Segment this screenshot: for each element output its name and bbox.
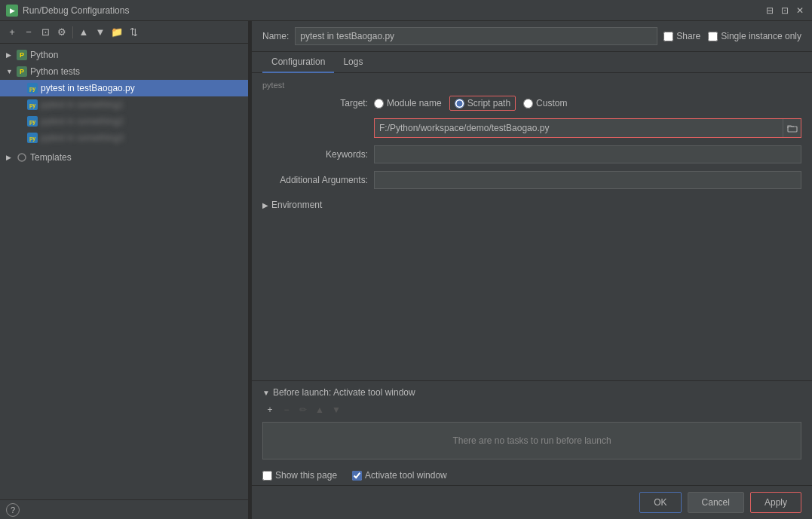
- sort-button[interactable]: ⇅: [126, 25, 141, 40]
- pytest-icon-2: [27, 99, 38, 110]
- additional-args-row: Additional Arguments:: [262, 171, 801, 189]
- expand-button[interactable]: ▲: [76, 25, 91, 40]
- selected-item-label: pytest in testBaogao.py: [41, 83, 135, 93]
- radio-module-input[interactable]: [374, 99, 384, 108]
- collapse-button[interactable]: ▼: [93, 25, 108, 40]
- window-title: Run/Debug Configurations: [23, 5, 129, 16]
- radio-custom-input[interactable]: [523, 99, 533, 108]
- tab-logs[interactable]: Logs: [334, 52, 372, 73]
- blurred-item-1-label: pytest in something1: [41, 99, 124, 110]
- additional-args-input[interactable]: [374, 171, 801, 189]
- keywords-row: Keywords:: [262, 145, 801, 163]
- environment-collapsible[interactable]: ▶ Environment: [262, 197, 801, 213]
- target-row: Target: Module name Script path Custom: [262, 96, 801, 111]
- bl-down-button[interactable]: ▼: [329, 402, 344, 417]
- python-label: Python: [30, 50, 58, 60]
- tree-item-selected[interactable]: pytest in testBaogao.py: [0, 80, 248, 96]
- tree-arrow-python-tests: ▼: [6, 68, 14, 75]
- tree-item-blurred-3[interactable]: pytest in something3: [0, 130, 248, 146]
- show-page-checkbox-row[interactable]: Show this page: [262, 470, 337, 481]
- tree-item-templates[interactable]: ▶ Templates: [0, 149, 248, 166]
- templates-label: Templates: [30, 152, 72, 163]
- name-input[interactable]: [295, 27, 657, 45]
- bl-add-button[interactable]: +: [262, 402, 277, 417]
- tree-area: ▶ Python ▼ Python tests pytest in testBa…: [0, 44, 248, 499]
- tree-arrow-templates: ▶: [6, 154, 14, 161]
- activate-window-label: Activate tool window: [365, 470, 447, 481]
- title-bar: ▶ Run/Debug Configurations ⊟ ⊡ ✕: [0, 0, 812, 21]
- bl-remove-button[interactable]: −: [279, 402, 294, 417]
- activate-window-checkbox-row[interactable]: Activate tool window: [352, 470, 447, 481]
- section-label: pytest: [262, 81, 801, 90]
- bl-edit-button[interactable]: ✏: [296, 402, 311, 417]
- templates-icon: [17, 152, 27, 163]
- show-page-checkbox[interactable]: [262, 471, 272, 481]
- config-area: pytest Target: Module name Script path: [252, 73, 812, 380]
- svg-rect-1: [788, 127, 797, 132]
- custom-label: Custom: [536, 98, 567, 108]
- script-path-row: [374, 118, 801, 138]
- blurred-item-2-label: pytest in something2: [41, 116, 124, 127]
- ok-button[interactable]: OK: [639, 492, 681, 513]
- title-bar-left: ▶ Run/Debug Configurations: [6, 5, 129, 17]
- minimize-button[interactable]: ⊟: [764, 5, 776, 17]
- module-name-label: Module name: [387, 98, 442, 108]
- tree-item-python[interactable]: ▶ Python: [0, 47, 248, 63]
- keywords-label: Keywords:: [262, 149, 368, 160]
- copy-button[interactable]: ⊡: [38, 25, 53, 40]
- folder-button[interactable]: 📁: [109, 25, 124, 40]
- pytest-icon: [27, 83, 38, 93]
- bottom-strip: ?: [0, 499, 248, 519]
- share-checkbox[interactable]: [663, 32, 673, 41]
- pytest-icon-4: [27, 133, 38, 143]
- env-arrow-icon: ▶: [262, 201, 268, 209]
- python-tests-label: Python tests: [30, 66, 80, 77]
- title-bar-controls: ⊟ ⊡ ✕: [764, 5, 806, 17]
- script-path-input[interactable]: [375, 119, 783, 137]
- before-launch-arrow-icon: ▼: [262, 389, 270, 397]
- help-button[interactable]: ?: [6, 503, 20, 517]
- python-icon: [17, 50, 27, 60]
- browse-button[interactable]: [783, 119, 801, 137]
- radio-module-name[interactable]: Module name: [374, 98, 442, 108]
- radio-custom[interactable]: Custom: [523, 98, 567, 108]
- main-layout: + − ⊡ ⚙ ▲ ▼ 📁 ⇅ ▶ Python ▼ Python tests: [0, 21, 812, 519]
- blurred-item-3-label: pytest in something3: [41, 133, 124, 143]
- radio-script-path[interactable]: Script path: [449, 96, 516, 111]
- before-launch-header[interactable]: ▼ Before launch: Activate tool window: [262, 387, 801, 398]
- tree-item-blurred-1[interactable]: pytest in something1: [0, 96, 248, 113]
- apply-button[interactable]: Apply: [750, 492, 801, 513]
- maximize-button[interactable]: ⊡: [779, 5, 791, 17]
- additional-args-label: Additional Arguments:: [262, 175, 368, 185]
- before-launch-toolbar: + − ✏ ▲ ▼: [262, 402, 801, 417]
- tabs-bar: Configuration Logs: [252, 52, 812, 73]
- tree-item-blurred-2[interactable]: pytest in something2: [0, 113, 248, 130]
- tab-configuration[interactable]: Configuration: [262, 52, 334, 73]
- show-page-label: Show this page: [275, 470, 337, 481]
- radio-group: Module name Script path Custom: [374, 96, 567, 111]
- single-instance-checkbox[interactable]: [708, 32, 718, 41]
- app-icon: ▶: [6, 5, 18, 17]
- activate-window-checkbox[interactable]: [352, 471, 362, 481]
- cancel-button[interactable]: Cancel: [688, 492, 744, 513]
- close-button[interactable]: ✕: [794, 5, 806, 17]
- script-path-label: Script path: [467, 98, 510, 108]
- right-panel: Name: Share Single instance only Configu…: [252, 21, 812, 519]
- add-button[interactable]: +: [5, 25, 20, 40]
- tree-item-python-tests[interactable]: ▼ Python tests: [0, 63, 248, 80]
- radio-script-input[interactable]: [455, 99, 464, 108]
- keywords-input[interactable]: [374, 145, 801, 163]
- bottom-checkboxes: Show this page Activate tool window: [252, 466, 812, 485]
- share-checkbox-row[interactable]: Share: [663, 31, 700, 41]
- settings-button[interactable]: ⚙: [54, 25, 69, 40]
- pytest-icon-3: [27, 116, 38, 127]
- left-panel: + − ⊡ ⚙ ▲ ▼ 📁 ⇅ ▶ Python ▼ Python tests: [0, 21, 249, 519]
- action-bar: OK Cancel Apply: [252, 485, 812, 519]
- remove-button[interactable]: −: [21, 25, 36, 40]
- single-instance-checkbox-row[interactable]: Single instance only: [708, 31, 801, 41]
- single-instance-label: Single instance only: [721, 31, 801, 41]
- svg-point-0: [18, 154, 26, 161]
- bl-up-button[interactable]: ▲: [312, 402, 327, 417]
- environment-label: Environment: [271, 200, 322, 210]
- before-launch-title: Before launch: Activate tool window: [273, 387, 415, 398]
